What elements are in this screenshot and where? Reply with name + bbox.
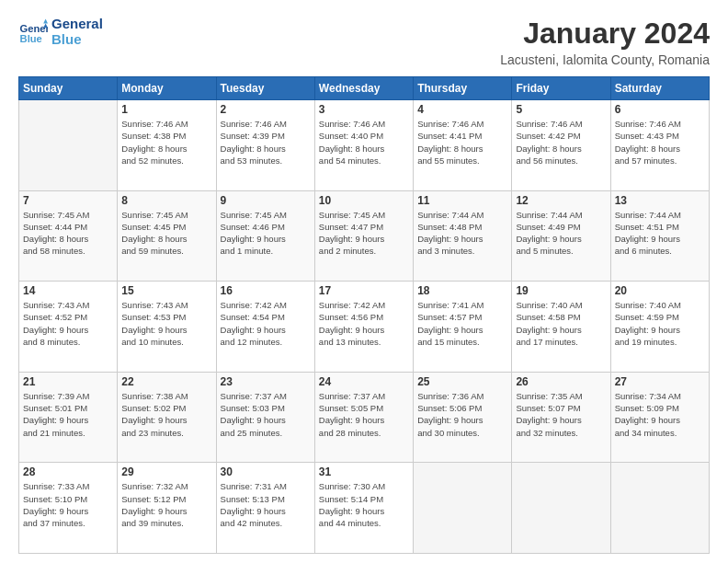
calendar-cell: 28Sunrise: 7:33 AMSunset: 5:10 PMDayligh… [19,463,118,554]
calendar-week-5: 28Sunrise: 7:33 AMSunset: 5:10 PMDayligh… [19,463,710,554]
calendar-header-friday: Friday [512,77,610,100]
calendar-header-thursday: Thursday [414,77,512,100]
day-number: 14 [23,284,113,297]
calendar-header-sunday: Sunday [19,77,118,100]
calendar-cell: 8Sunrise: 7:45 AMSunset: 4:45 PMDaylight… [118,190,216,282]
calendar-cell: 20Sunrise: 7:40 AMSunset: 4:59 PMDayligh… [610,282,709,373]
day-info: Sunrise: 7:40 AMSunset: 4:58 PMDaylight:… [516,299,606,348]
calendar-cell: 14Sunrise: 7:43 AMSunset: 4:52 PMDayligh… [19,282,118,373]
day-info: Sunrise: 7:44 AMSunset: 4:48 PMDaylight:… [417,209,507,258]
day-info: Sunrise: 7:46 AMSunset: 4:39 PMDaylight:… [221,118,311,167]
calendar-header-row: SundayMondayTuesdayWednesdayThursdayFrid… [19,77,710,100]
header: General Blue General Blue January 2024 L… [18,17,710,67]
day-info: Sunrise: 7:31 AMSunset: 5:13 PMDaylight:… [221,480,311,529]
day-number: 23 [221,375,311,388]
calendar-week-4: 21Sunrise: 7:39 AMSunset: 5:01 PMDayligh… [19,372,710,463]
logo: General Blue General Blue [18,17,103,47]
day-info: Sunrise: 7:45 AMSunset: 4:44 PMDaylight:… [23,209,113,258]
day-info: Sunrise: 7:30 AMSunset: 5:14 PMDaylight:… [319,480,409,529]
calendar-cell: 6Sunrise: 7:46 AMSunset: 4:43 PMDaylight… [610,100,709,191]
day-info: Sunrise: 7:46 AMSunset: 4:41 PMDaylight:… [417,118,507,167]
day-info: Sunrise: 7:43 AMSunset: 4:52 PMDaylight:… [23,299,113,348]
calendar-cell [19,100,118,191]
day-info: Sunrise: 7:39 AMSunset: 5:01 PMDaylight:… [23,390,113,439]
calendar-cell: 18Sunrise: 7:41 AMSunset: 4:57 PMDayligh… [414,282,512,373]
day-info: Sunrise: 7:46 AMSunset: 4:42 PMDaylight:… [516,118,606,167]
day-number: 19 [516,284,606,297]
calendar-week-2: 7Sunrise: 7:45 AMSunset: 4:44 PMDaylight… [19,190,710,282]
calendar-cell: 29Sunrise: 7:32 AMSunset: 5:12 PMDayligh… [118,463,216,554]
day-number: 12 [516,194,606,207]
svg-text:General: General [20,23,48,34]
day-number: 3 [319,103,409,116]
calendar-cell: 5Sunrise: 7:46 AMSunset: 4:42 PMDaylight… [512,100,610,191]
calendar-cell: 1Sunrise: 7:46 AMSunset: 4:38 PMDaylight… [118,100,216,191]
day-number: 30 [221,465,311,478]
calendar-cell: 30Sunrise: 7:31 AMSunset: 5:13 PMDayligh… [216,463,314,554]
day-info: Sunrise: 7:37 AMSunset: 5:05 PMDaylight:… [319,390,409,439]
day-number: 24 [319,375,409,388]
calendar-cell [512,463,610,554]
day-number: 28 [23,465,113,478]
page: General Blue General Blue January 2024 L… [0,0,728,563]
day-info: Sunrise: 7:43 AMSunset: 4:53 PMDaylight:… [121,299,211,348]
day-number: 7 [23,194,113,207]
calendar-cell: 22Sunrise: 7:38 AMSunset: 5:02 PMDayligh… [118,372,216,463]
title-block: January 2024 Lacusteni, Ialomita County,… [500,17,710,67]
day-number: 17 [319,284,409,297]
logo-general: General [51,17,103,32]
day-info: Sunrise: 7:35 AMSunset: 5:07 PMDaylight:… [516,390,606,439]
svg-marker-2 [43,18,48,23]
calendar-cell: 24Sunrise: 7:37 AMSunset: 5:05 PMDayligh… [314,372,413,463]
calendar-cell: 25Sunrise: 7:36 AMSunset: 5:06 PMDayligh… [414,372,512,463]
calendar-cell: 12Sunrise: 7:44 AMSunset: 4:49 PMDayligh… [512,190,610,282]
logo-icon: General Blue [18,17,48,47]
calendar-cell: 17Sunrise: 7:42 AMSunset: 4:56 PMDayligh… [314,282,413,373]
calendar-header-monday: Monday [118,77,216,100]
calendar-week-1: 1Sunrise: 7:46 AMSunset: 4:38 PMDaylight… [19,100,710,191]
calendar-cell: 3Sunrise: 7:46 AMSunset: 4:40 PMDaylight… [314,100,413,191]
calendar-header-wednesday: Wednesday [314,77,413,100]
day-number: 11 [417,194,507,207]
calendar-cell: 31Sunrise: 7:30 AMSunset: 5:14 PMDayligh… [314,463,413,554]
calendar-cell: 19Sunrise: 7:40 AMSunset: 4:58 PMDayligh… [512,282,610,373]
calendar-table: SundayMondayTuesdayWednesdayThursdayFrid… [18,76,710,554]
day-number: 22 [121,375,211,388]
day-info: Sunrise: 7:45 AMSunset: 4:45 PMDaylight:… [121,209,211,258]
calendar-cell: 27Sunrise: 7:34 AMSunset: 5:09 PMDayligh… [610,372,709,463]
day-info: Sunrise: 7:46 AMSunset: 4:43 PMDaylight:… [615,118,705,167]
day-info: Sunrise: 7:46 AMSunset: 4:38 PMDaylight:… [121,118,211,167]
day-info: Sunrise: 7:37 AMSunset: 5:03 PMDaylight:… [221,390,311,439]
calendar-cell: 10Sunrise: 7:45 AMSunset: 4:47 PMDayligh… [314,190,413,282]
calendar-cell [414,463,512,554]
day-number: 26 [516,375,606,388]
calendar-week-3: 14Sunrise: 7:43 AMSunset: 4:52 PMDayligh… [19,282,710,373]
calendar-cell: 11Sunrise: 7:44 AMSunset: 4:48 PMDayligh… [414,190,512,282]
day-info: Sunrise: 7:36 AMSunset: 5:06 PMDaylight:… [417,390,507,439]
calendar-cell: 23Sunrise: 7:37 AMSunset: 5:03 PMDayligh… [216,372,314,463]
day-number: 10 [319,194,409,207]
day-info: Sunrise: 7:45 AMSunset: 4:47 PMDaylight:… [319,209,409,258]
day-number: 8 [121,194,211,207]
day-info: Sunrise: 7:38 AMSunset: 5:02 PMDaylight:… [121,390,211,439]
calendar-cell: 2Sunrise: 7:46 AMSunset: 4:39 PMDaylight… [216,100,314,191]
calendar-header-tuesday: Tuesday [216,77,314,100]
day-info: Sunrise: 7:46 AMSunset: 4:40 PMDaylight:… [319,118,409,167]
day-number: 5 [516,103,606,116]
calendar-cell: 13Sunrise: 7:44 AMSunset: 4:51 PMDayligh… [610,190,709,282]
calendar-cell: 21Sunrise: 7:39 AMSunset: 5:01 PMDayligh… [19,372,118,463]
day-info: Sunrise: 7:34 AMSunset: 5:09 PMDaylight:… [615,390,705,439]
day-info: Sunrise: 7:42 AMSunset: 4:54 PMDaylight:… [221,299,311,348]
day-info: Sunrise: 7:41 AMSunset: 4:57 PMDaylight:… [417,299,507,348]
day-number: 25 [417,375,507,388]
calendar-cell: 26Sunrise: 7:35 AMSunset: 5:07 PMDayligh… [512,372,610,463]
day-number: 6 [615,103,705,116]
day-number: 2 [221,103,311,116]
day-number: 18 [417,284,507,297]
calendar-cell [610,463,709,554]
day-info: Sunrise: 7:44 AMSunset: 4:49 PMDaylight:… [516,209,606,258]
day-number: 21 [23,375,113,388]
day-number: 4 [417,103,507,116]
day-number: 20 [615,284,705,297]
day-info: Sunrise: 7:32 AMSunset: 5:12 PMDaylight:… [121,480,211,529]
